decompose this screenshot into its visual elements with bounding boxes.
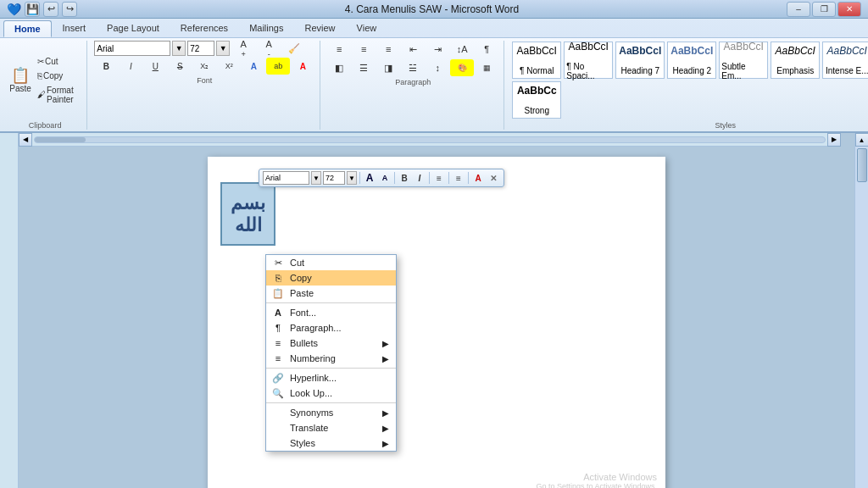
document-area[interactable]: ◀ ▶ بسم الله ▼ ▼ A A B I [19, 133, 854, 488]
ctx-translate[interactable]: Translate ▶ [266, 420, 396, 435]
ctx-copy[interactable]: ⎘ Copy [266, 270, 396, 286]
bold-button[interactable]: B [94, 58, 118, 75]
scroll-right-button[interactable]: ▶ [827, 133, 841, 147]
tab-view[interactable]: View [347, 20, 387, 37]
decrease-indent-button[interactable]: ⇤ [401, 41, 425, 58]
scroll-left-button[interactable]: ◀ [19, 133, 32, 147]
grow-font-button[interactable]: A+ [231, 41, 255, 56]
v-scroll-thumb[interactable] [857, 148, 867, 182]
tab-page-layout[interactable]: Page Layout [97, 20, 170, 37]
cut-icon: ✂ [37, 57, 44, 66]
align-right-button[interactable]: ◨ [376, 59, 400, 76]
mini-spacing-button[interactable]: ≡ [452, 171, 465, 185]
quick-access-save[interactable]: 💾 [25, 2, 40, 17]
copy-button[interactable]: ⎘ Copy [34, 69, 81, 82]
scroll-up-button[interactable]: ▲ [855, 133, 869, 147]
numbering-button[interactable]: ≡ [352, 41, 376, 58]
style-no-spacing[interactable]: AaBbCcI¶ No Spaci... [564, 42, 613, 79]
ctx-translate-label: Translate [290, 423, 328, 433]
font-color-button[interactable]: A [291, 58, 314, 75]
clear-format-button[interactable]: 🧹 [282, 41, 306, 56]
h-scroll-thumb[interactable] [35, 137, 86, 142]
h-scroll-track[interactable] [34, 136, 826, 143]
font-name-input[interactable] [94, 41, 170, 56]
ctx-synonyms[interactable]: Synonyms ▶ [266, 405, 396, 420]
style-strong[interactable]: AaBbCcStrong [512, 81, 561, 119]
ribbon: Home Insert Page Layout References Maili… [0, 19, 868, 133]
font-size-input[interactable] [187, 41, 214, 56]
paste-icon: 📋 [271, 286, 285, 300]
mini-font-input[interactable] [263, 171, 309, 185]
separator-4 [448, 172, 449, 184]
superscript-button[interactable]: X² [217, 58, 241, 75]
style-heading2[interactable]: AaBbCcIHeading 2 [667, 42, 716, 79]
tab-review[interactable]: Review [294, 20, 345, 37]
mini-font-dropdown[interactable]: ▼ [311, 171, 321, 185]
mini-italic-button[interactable]: I [413, 171, 426, 185]
tab-mailings[interactable]: Mailings [239, 20, 293, 37]
style-emphasis[interactable]: AaBbCcIEmphasis [771, 42, 820, 79]
ctx-paragraph[interactable]: ¶ Paragraph... [266, 320, 396, 336]
strikethrough-button[interactable]: S [168, 58, 192, 75]
text-highlight-button[interactable]: ab [266, 58, 290, 75]
align-center-button[interactable]: ☰ [352, 59, 376, 76]
ctx-styles[interactable]: Styles ▶ [266, 435, 396, 451]
bullets-button[interactable]: ≡ [327, 41, 351, 58]
ctx-numbering[interactable]: ≡ Numbering ▶ [266, 351, 396, 366]
font-name-dropdown[interactable]: ▼ [172, 41, 186, 56]
font-size-dropdown[interactable]: ▼ [216, 41, 230, 56]
tab-references[interactable]: References [170, 20, 238, 37]
borders-button[interactable]: ▦ [475, 59, 498, 76]
shading-button[interactable]: 🎨 [450, 59, 474, 76]
ctx-cut-label: Cut [290, 258, 304, 268]
ctx-font[interactable]: A Font... [266, 305, 396, 320]
mini-shrink-button[interactable]: A [378, 171, 392, 185]
horizontal-scrollbar[interactable]: ◀ ▶ [19, 133, 841, 147]
quick-access-redo[interactable]: ↪ [62, 2, 77, 17]
ctx-hyperlink[interactable]: 🔗 Hyperlink... [266, 370, 396, 385]
style-normal[interactable]: AaBbCcI¶ Normal [512, 42, 561, 79]
mini-size-input[interactable] [323, 171, 345, 185]
line-spacing-button[interactable]: ↕ [426, 59, 449, 76]
mini-align-button[interactable]: ≡ [432, 171, 446, 185]
show-formatting-button[interactable]: ¶ [475, 41, 498, 58]
mini-bold-button[interactable]: B [398, 171, 411, 185]
multi-list-button[interactable]: ≡ [376, 41, 400, 58]
mini-close-button[interactable]: ✕ [487, 171, 500, 185]
underline-button[interactable]: U [143, 58, 167, 75]
restore-button[interactable]: ❐ [812, 2, 836, 17]
mini-size-dropdown[interactable]: ▼ [347, 171, 357, 185]
format-painter-button[interactable]: 🖌 Format Painter [34, 84, 81, 106]
tab-home[interactable]: Home [3, 20, 52, 37]
style-intense-e[interactable]: AaBbCcIIntense E... [822, 42, 868, 79]
ctx-paste[interactable]: 📋 Paste [266, 286, 396, 301]
mini-grow-button[interactable]: A [363, 171, 376, 185]
increase-indent-button[interactable]: ⇥ [426, 41, 449, 58]
justify-button[interactable]: ☱ [401, 59, 425, 76]
quick-access-undo[interactable]: ↩ [43, 2, 58, 17]
shrink-font-button[interactable]: A- [257, 41, 281, 56]
ctx-cut[interactable]: ✂ Cut [266, 255, 396, 270]
format-painter-icon: 🖌 [37, 90, 46, 99]
ctx-bullets[interactable]: ≡ Bullets ▶ [266, 336, 396, 351]
text-effect-button[interactable]: A [242, 58, 265, 75]
document-image[interactable]: بسم الله [220, 182, 275, 246]
minimize-button[interactable]: – [787, 2, 810, 17]
close-button[interactable]: ✕ [837, 2, 861, 17]
vertical-scrollbar[interactable]: ▲ ▼ [854, 133, 868, 488]
v-scroll-track[interactable] [855, 147, 868, 488]
style-subtle-em[interactable]: AaBbCcISubtle Em... [719, 42, 768, 79]
sort-button[interactable]: ↕A [450, 41, 474, 58]
style-heading1[interactable]: AaBbCcIHeading 7 [615, 42, 665, 79]
ctx-paste-label: Paste [290, 288, 314, 298]
ctx-lookup[interactable]: 🔍 Look Up... [266, 385, 396, 401]
subscript-button[interactable]: X₂ [192, 58, 216, 75]
paste-button[interactable]: 📋 Paste [8, 59, 32, 102]
italic-button[interactable]: I [119, 58, 142, 75]
tab-insert[interactable]: Insert [53, 20, 97, 37]
separator-1 [359, 172, 360, 184]
align-left-button[interactable]: ◧ [327, 59, 351, 76]
cut-button[interactable]: ✂ Cut [34, 55, 81, 68]
hyperlink-icon: 🔗 [271, 371, 285, 385]
mini-color-button[interactable]: A [471, 171, 485, 185]
